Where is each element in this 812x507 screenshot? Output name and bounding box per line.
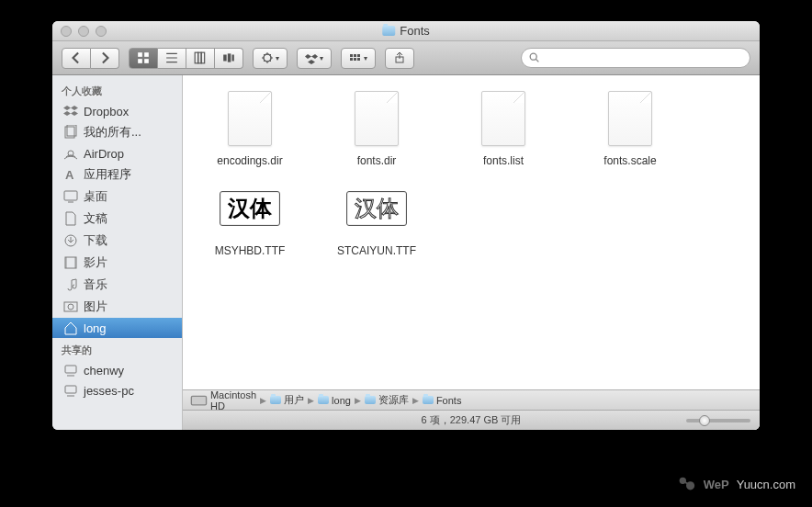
home-icon	[63, 321, 78, 335]
svg-rect-9	[201, 52, 205, 63]
sidebar-item-allfiles[interactable]: 我的所有...	[52, 121, 182, 143]
sidebar[interactable]: 个人收藏Dropbox我的所有...AirDropA应用程序桌面文稿下载影片音乐…	[52, 75, 183, 430]
svg-rect-37	[191, 396, 206, 404]
arrange-menu: ▾	[341, 48, 376, 69]
coverflow-view-button[interactable]	[215, 48, 243, 69]
icon-view-button[interactable]	[129, 48, 158, 69]
zoom-track[interactable]	[686, 419, 750, 422]
path-segment[interactable]: long	[318, 395, 351, 406]
forward-button[interactable]	[91, 48, 119, 69]
minimize-button[interactable]	[78, 26, 89, 37]
search-input[interactable]	[521, 48, 750, 68]
watermark-icon	[676, 474, 696, 494]
list-view-button[interactable]	[158, 48, 186, 69]
file-item[interactable]: 汉体MSYHBD.TTF	[199, 178, 300, 257]
sidebar-item-documents[interactable]: 文稿	[52, 208, 182, 230]
sidebar-item-label: 音乐	[84, 276, 107, 293]
chevron-right-icon: ▶	[260, 396, 266, 405]
path-label: long	[332, 395, 351, 406]
music-icon	[63, 277, 78, 292]
sidebar-item-label: Dropbox	[84, 105, 129, 118]
arrange-button[interactable]: ▾	[341, 48, 376, 69]
back-button[interactable]	[62, 48, 91, 69]
action-menu: ▾	[253, 48, 288, 69]
action-button[interactable]: ▾	[253, 48, 288, 69]
sidebar-item-desktop[interactable]: 桌面	[52, 186, 182, 208]
file-name: fonts.dir	[357, 154, 397, 167]
pictures-icon	[63, 299, 78, 314]
watermark: WeP Yuucn.com	[676, 474, 795, 494]
sidebar-item-music[interactable]: 音乐	[52, 274, 182, 296]
svg-rect-10	[223, 55, 227, 62]
sidebar-item-dropbox[interactable]: Dropbox	[52, 101, 182, 121]
zoom-button[interactable]	[96, 26, 107, 37]
file-item[interactable]: fonts.scale	[580, 88, 681, 167]
svg-text:A: A	[65, 168, 74, 182]
file-item[interactable]: fonts.dir	[326, 88, 427, 167]
sidebar-item-apps[interactable]: A应用程序	[52, 163, 182, 186]
watermark-site: Yuucn.com	[737, 478, 795, 491]
svg-rect-30	[74, 257, 76, 268]
status-text: 6 项，229.47 GB 可用	[422, 413, 522, 427]
toolbar: ▾ ▾ ▾	[52, 41, 760, 75]
traffic-lights	[52, 26, 107, 37]
sidebar-item-movies[interactable]: 影片	[52, 252, 182, 274]
path-bar[interactable]: Macintosh HD▶用户▶long▶资源库▶Fonts	[183, 389, 760, 410]
movies-icon	[63, 255, 78, 270]
path-segment[interactable]: Macintosh HD	[190, 389, 256, 411]
file-name: MSYHBD.TTF	[215, 244, 286, 257]
sidebar-item-home[interactable]: long	[52, 318, 182, 338]
sidebar-item-computer[interactable]: chenwy	[52, 360, 182, 380]
close-button[interactable]	[61, 26, 72, 37]
sidebar-item-label: 图片	[84, 299, 107, 315]
document-icon	[481, 91, 525, 146]
sidebar-item-airdrop[interactable]: AirDrop	[52, 143, 182, 163]
airdrop-icon	[63, 146, 78, 161]
zoom-thumb[interactable]	[699, 415, 710, 426]
svg-rect-35	[65, 386, 76, 393]
svg-rect-14	[350, 54, 353, 57]
file-name: encodings.dir	[217, 154, 282, 167]
share-menu	[385, 48, 414, 69]
svg-point-32	[68, 304, 73, 310]
sidebar-item-label: long	[84, 321, 107, 335]
folder-icon	[382, 26, 395, 36]
title-text: Fonts	[400, 24, 430, 38]
sidebar-item-pictures[interactable]: 图片	[52, 296, 182, 318]
status-bar: 6 项，229.47 GB 可用	[183, 410, 760, 430]
chevron-right-icon: ▶	[355, 396, 361, 405]
computer-icon	[63, 363, 78, 377]
path-label: Macintosh HD	[210, 389, 256, 411]
svg-rect-0	[138, 52, 142, 57]
svg-rect-29	[65, 257, 67, 268]
watermark-brand: WeP	[704, 478, 729, 491]
file-item[interactable]: 汉体STCAIYUN.TTF	[326, 178, 427, 257]
path-segment[interactable]: Fonts	[423, 395, 462, 406]
nav-buttons	[62, 48, 119, 69]
zoom-slider[interactable]	[686, 419, 750, 422]
document-icon	[228, 91, 272, 146]
sidebar-item-label: 文稿	[84, 210, 107, 227]
titlebar[interactable]: Fonts	[52, 21, 760, 41]
file-name: fonts.list	[483, 154, 524, 167]
view-buttons	[129, 48, 243, 69]
sidebar-header: 共享的	[52, 338, 182, 360]
finder-window: Fonts ▾ ▾ ▾ 个人收藏Dropbox我的所有...Air	[52, 21, 760, 430]
sidebar-item-downloads[interactable]: 下载	[52, 230, 182, 252]
path-label: 用户	[284, 393, 304, 407]
svg-rect-33	[65, 366, 76, 373]
path-segment[interactable]: 资源库	[365, 393, 409, 407]
path-segment[interactable]: 用户	[270, 393, 304, 407]
chevron-right-icon: ▶	[412, 396, 419, 405]
window-body: 个人收藏Dropbox我的所有...AirDropA应用程序桌面文稿下载影片音乐…	[52, 75, 760, 430]
file-item[interactable]: encodings.dir	[199, 88, 300, 167]
sidebar-item-computer[interactable]: jesses-pc	[52, 380, 182, 400]
share-button[interactable]	[385, 48, 414, 69]
dropbox-button[interactable]: ▾	[297, 48, 332, 69]
sidebar-item-label: jesses-pc	[84, 384, 134, 398]
file-item[interactable]: fonts.list	[453, 88, 554, 167]
file-grid[interactable]: encodings.dirfonts.dirfonts.listfonts.sc…	[183, 75, 760, 389]
column-view-button[interactable]	[186, 48, 215, 69]
svg-rect-2	[138, 59, 142, 63]
svg-rect-17	[350, 58, 353, 61]
